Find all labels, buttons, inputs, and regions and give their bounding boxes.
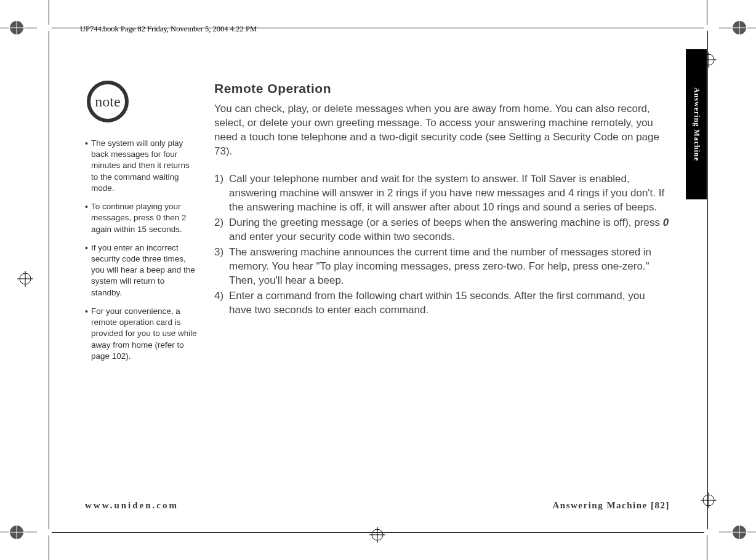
step-item: Call your telephone number and wait for … (214, 172, 670, 215)
content-area: note The system will only play back mess… (85, 80, 670, 489)
step-item: During the greeting message (or a series… (214, 216, 670, 244)
registration-mark-icon (731, 20, 747, 36)
section-heading: Remote Operation (214, 80, 670, 97)
crop-mark (49, 0, 49, 25)
crop-line (707, 31, 708, 529)
crop-mark (707, 0, 707, 25)
note-item: If you enter an incorrect security code … (85, 242, 197, 298)
note-icon: note (86, 80, 129, 123)
page-area: Answering Machine note The system will o… (49, 28, 707, 532)
footer-url: www.uniden.com (85, 500, 179, 511)
footer-page-label: Answering Machine [82] (553, 500, 670, 511)
note-item: The system will only play back messages … (85, 138, 197, 194)
section-tab: Answering Machine (686, 49, 707, 199)
step-text-b: and enter your security code within two … (229, 231, 455, 242)
page-footer: www.uniden.com Answering Machine [82] (85, 500, 670, 511)
note-column: note The system will only play back mess… (85, 80, 197, 489)
step-text-a: During the greeting message (or a series… (229, 217, 663, 228)
registration-mark-icon (17, 271, 33, 287)
svg-text:note: note (95, 94, 120, 110)
step-item: The answering machine announces the curr… (214, 246, 670, 288)
crop-mark (707, 535, 707, 560)
note-item: To continue playing your messages, press… (85, 201, 197, 235)
key-label: 0 (663, 217, 669, 228)
main-column: Remote Operation You can check, play, or… (214, 80, 670, 489)
note-item: For your convenience, a remote operation… (85, 306, 197, 362)
step-item: Enter a command from the following chart… (214, 289, 670, 318)
steps-list: Call your telephone number and wait for … (214, 172, 670, 317)
registration-mark-icon (731, 524, 747, 540)
section-tab-label: Answering Machine (692, 87, 701, 161)
intro-paragraph: You can check, play, or delete messages … (214, 102, 670, 159)
note-list: The system will only play back messages … (85, 138, 197, 362)
registration-mark-icon (9, 524, 25, 540)
registration-mark-icon (9, 20, 25, 36)
crop-mark (49, 535, 49, 560)
